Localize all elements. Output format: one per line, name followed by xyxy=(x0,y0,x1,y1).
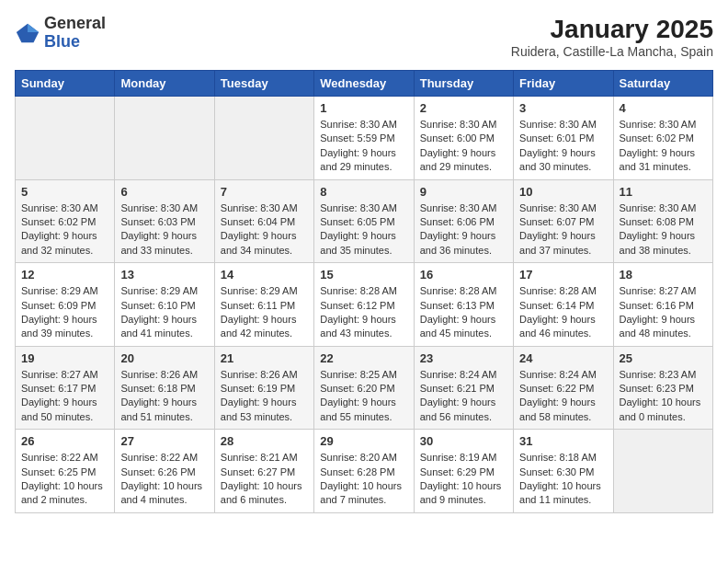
cell-text: Sunset: 6:04 PM xyxy=(221,215,308,229)
cell-text: Sunset: 6:02 PM xyxy=(620,132,707,145)
calendar-cell: 14Sunrise: 8:29 AMSunset: 6:11 PMDayligh… xyxy=(214,263,313,347)
calendar-cell: 21Sunrise: 8:26 AMSunset: 6:19 PMDayligh… xyxy=(214,346,313,430)
calendar-cell xyxy=(115,97,214,180)
calendar-cell: 12Sunrise: 8:29 AMSunset: 6:09 PMDayligh… xyxy=(16,263,115,347)
calendar-header: SundayMondayTuesdayWednesdayThursdayFrid… xyxy=(16,71,713,97)
calendar-cell xyxy=(16,97,115,180)
calendar-cell: 25Sunrise: 8:23 AMSunset: 6:23 PMDayligh… xyxy=(613,346,712,430)
cell-text: Daylight: 9 hours and 29 minutes. xyxy=(320,146,407,175)
cell-text: Sunrise: 8:30 AM xyxy=(420,118,507,132)
cell-text: Sunrise: 8:30 AM xyxy=(320,118,407,132)
cell-text: Sunset: 6:09 PM xyxy=(21,299,108,313)
day-number: 22 xyxy=(320,351,407,365)
cell-text: Sunrise: 8:21 AM xyxy=(221,451,308,465)
cell-text: Sunrise: 8:24 AM xyxy=(420,368,507,382)
week-row-1: 1Sunrise: 8:30 AMSunset: 5:59 PMDaylight… xyxy=(16,97,713,180)
week-row-5: 26Sunrise: 8:22 AMSunset: 6:25 PMDayligh… xyxy=(16,430,713,513)
calendar-cell: 24Sunrise: 8:24 AMSunset: 6:22 PMDayligh… xyxy=(514,346,613,430)
calendar-cell: 8Sunrise: 8:30 AMSunset: 6:05 PMDaylight… xyxy=(314,179,414,263)
cell-text: Daylight: 9 hours and 33 minutes. xyxy=(120,229,208,258)
cell-text: Sunrise: 8:23 AM xyxy=(620,368,707,382)
cell-text: Sunrise: 8:28 AM xyxy=(320,284,407,298)
cell-text: Daylight: 9 hours and 35 minutes. xyxy=(320,229,407,258)
day-number: 31 xyxy=(519,434,607,448)
day-number: 1 xyxy=(320,101,407,115)
logo: General Blue xyxy=(15,15,106,52)
day-number: 7 xyxy=(221,185,308,199)
cell-text: Sunset: 6:08 PM xyxy=(620,215,707,229)
cell-text: Daylight: 9 hours and 56 minutes. xyxy=(420,396,507,424)
day-number: 27 xyxy=(120,434,208,448)
cell-text: Daylight: 9 hours and 46 minutes. xyxy=(519,313,607,341)
cell-text: Daylight: 9 hours and 43 minutes. xyxy=(320,313,407,341)
calendar-cell: 16Sunrise: 8:28 AMSunset: 6:13 PMDayligh… xyxy=(414,263,513,347)
cell-text: Daylight: 9 hours and 55 minutes. xyxy=(320,396,407,424)
cell-text: Daylight: 9 hours and 53 minutes. xyxy=(221,396,308,424)
cell-text: Sunrise: 8:30 AM xyxy=(519,118,607,132)
cell-text: Sunrise: 8:27 AM xyxy=(620,284,707,298)
header-cell-sunday: Sunday xyxy=(16,71,115,97)
cell-text: Sunset: 6:26 PM xyxy=(120,465,208,479)
page-subtitle: Ruidera, Castille-La Mancha, Spain xyxy=(511,44,713,59)
logo-blue: Blue xyxy=(44,33,106,52)
calendar-cell: 28Sunrise: 8:21 AMSunset: 6:27 PMDayligh… xyxy=(214,430,313,513)
cell-text: Sunrise: 8:26 AM xyxy=(120,368,208,382)
calendar-cell: 31Sunrise: 8:18 AMSunset: 6:30 PMDayligh… xyxy=(514,430,613,513)
logo-text: General Blue xyxy=(44,15,106,52)
cell-text: Sunset: 6:28 PM xyxy=(320,465,407,479)
calendar-cell: 9Sunrise: 8:30 AMSunset: 6:06 PMDaylight… xyxy=(414,179,513,263)
day-number: 18 xyxy=(620,268,707,282)
cell-text: Sunset: 6:25 PM xyxy=(21,465,108,479)
calendar-cell: 18Sunrise: 8:27 AMSunset: 6:16 PMDayligh… xyxy=(613,263,712,347)
week-row-3: 12Sunrise: 8:29 AMSunset: 6:09 PMDayligh… xyxy=(16,263,713,347)
day-number: 9 xyxy=(420,185,507,199)
calendar-cell: 6Sunrise: 8:30 AMSunset: 6:03 PMDaylight… xyxy=(115,179,214,263)
day-number: 14 xyxy=(221,268,308,282)
day-number: 19 xyxy=(21,351,108,365)
cell-text: Sunset: 6:14 PM xyxy=(519,299,607,313)
header-cell-saturday: Saturday xyxy=(613,71,712,97)
cell-text: Daylight: 9 hours and 50 minutes. xyxy=(21,396,108,424)
cell-text: Sunrise: 8:26 AM xyxy=(221,368,308,382)
calendar-cell: 10Sunrise: 8:30 AMSunset: 6:07 PMDayligh… xyxy=(514,179,613,263)
cell-text: Sunrise: 8:29 AM xyxy=(120,284,208,298)
cell-text: Sunrise: 8:29 AM xyxy=(21,284,108,298)
cell-text: Sunset: 6:18 PM xyxy=(120,382,208,396)
day-number: 16 xyxy=(420,268,507,282)
calendar-cell: 2Sunrise: 8:30 AMSunset: 6:00 PMDaylight… xyxy=(414,97,513,180)
cell-text: Sunset: 6:03 PM xyxy=(120,215,208,229)
cell-text: Daylight: 9 hours and 38 minutes. xyxy=(620,229,707,258)
header-cell-friday: Friday xyxy=(514,71,613,97)
cell-text: Sunset: 6:01 PM xyxy=(519,132,607,145)
cell-text: Sunset: 6:17 PM xyxy=(21,382,108,396)
cell-text: Sunrise: 8:30 AM xyxy=(420,201,507,215)
cell-text: Daylight: 9 hours and 37 minutes. xyxy=(519,229,607,258)
cell-text: Daylight: 9 hours and 31 minutes. xyxy=(620,146,707,175)
calendar-cell: 5Sunrise: 8:30 AMSunset: 6:02 PMDaylight… xyxy=(16,179,115,263)
day-number: 12 xyxy=(21,268,108,282)
header-cell-wednesday: Wednesday xyxy=(314,71,414,97)
day-number: 3 xyxy=(519,101,607,115)
cell-text: Sunrise: 8:22 AM xyxy=(21,451,108,465)
day-number: 30 xyxy=(420,434,507,448)
calendar-cell: 17Sunrise: 8:28 AMSunset: 6:14 PMDayligh… xyxy=(514,263,613,347)
header-cell-thursday: Thursday xyxy=(414,71,513,97)
cell-text: Sunset: 6:13 PM xyxy=(420,299,507,313)
calendar-cell: 7Sunrise: 8:30 AMSunset: 6:04 PMDaylight… xyxy=(214,179,313,263)
cell-text: Sunset: 6:21 PM xyxy=(420,382,507,396)
cell-text: Sunset: 6:02 PM xyxy=(21,215,108,229)
cell-text: Sunrise: 8:30 AM xyxy=(519,201,607,215)
day-number: 15 xyxy=(320,268,407,282)
cell-text: Daylight: 9 hours and 41 minutes. xyxy=(120,313,208,341)
cell-text: Sunset: 6:23 PM xyxy=(620,382,707,396)
cell-text: Sunset: 6:10 PM xyxy=(120,299,208,313)
cell-text: Sunset: 6:30 PM xyxy=(519,465,607,479)
cell-text: Sunrise: 8:24 AM xyxy=(519,368,607,382)
calendar-cell: 23Sunrise: 8:24 AMSunset: 6:21 PMDayligh… xyxy=(414,346,513,430)
cell-text: Sunrise: 8:30 AM xyxy=(320,201,407,215)
cell-text: Sunset: 6:11 PM xyxy=(221,299,308,313)
day-number: 21 xyxy=(221,351,308,365)
cell-text: Sunset: 6:27 PM xyxy=(221,465,308,479)
cell-text: Daylight: 9 hours and 30 minutes. xyxy=(519,146,607,175)
cell-text: Daylight: 10 hours and 6 minutes. xyxy=(221,479,308,508)
